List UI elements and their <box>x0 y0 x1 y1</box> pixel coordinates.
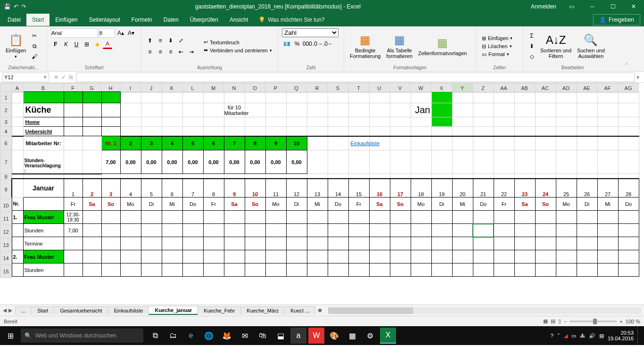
orientation-icon[interactable]: ⤢ <box>176 36 186 45</box>
dropbox-icon[interactable]: ⬓ <box>272 328 289 344</box>
tab-einfuegen[interactable]: Einfügen <box>50 14 83 26</box>
paste-button[interactable]: 📋Einfügen▾ <box>4 33 28 60</box>
percent-icon[interactable]: % <box>292 39 302 49</box>
row-header[interactable]: 14 <box>0 252 12 265</box>
store-icon[interactable]: 🛍 <box>255 328 271 344</box>
row-header[interactable]: 10 <box>0 199 12 212</box>
cell-styles-button[interactable]: ▦Zellenformatvorlagen <box>416 35 469 57</box>
taskbar-clock[interactable]: 20:53 19.04.2016 <box>608 330 634 341</box>
share-button[interactable]: 👤Freigeben <box>593 14 640 25</box>
tray-network-icon[interactable]: 🖧 <box>580 333 585 338</box>
font-color-icon[interactable]: A <box>103 40 112 49</box>
formula-bar[interactable] <box>76 73 635 82</box>
clear-icon[interactable]: ◇ <box>527 52 537 61</box>
row-header[interactable]: 11 <box>0 212 12 225</box>
delete-cells-button[interactable]: ⊟Löschen▾ <box>480 43 514 50</box>
minimize-icon[interactable]: ─ <box>582 0 603 13</box>
thousands-icon[interactable]: 000 <box>303 39 312 49</box>
paint-icon[interactable]: 🎨 <box>326 328 342 344</box>
row-header[interactable]: 13 <box>0 239 12 252</box>
format-as-table-button[interactable]: ▦Als Tabelle formatieren <box>384 33 414 60</box>
increase-font-icon[interactable]: A▴ <box>116 28 125 38</box>
tab-start[interactable]: Start <box>26 14 50 26</box>
add-sheet-icon[interactable]: ⊕ <box>315 307 325 313</box>
underline-button[interactable]: U <box>72 40 81 49</box>
row-header[interactable]: 3 <box>0 117 12 127</box>
tab-formeln[interactable]: Formeln <box>126 14 158 26</box>
number-format-select[interactable]: Zahl <box>282 28 339 37</box>
collapse-ribbon-icon[interactable]: ˄ <box>622 26 631 71</box>
tab-daten[interactable]: Daten <box>158 14 184 26</box>
sheet-tab-april[interactable]: Kuecl ... <box>284 306 315 314</box>
font-name-input[interactable] <box>51 28 98 38</box>
row-header[interactable]: 7 <box>0 150 12 174</box>
view-pagebreak-icon[interactable]: ▯ <box>558 318 561 324</box>
firefox-icon[interactable]: 🦊 <box>219 328 235 344</box>
tray-defender-icon[interactable]: ▭ <box>571 333 576 339</box>
excel-taskbar-icon[interactable]: X <box>380 328 396 344</box>
tab-datei[interactable]: Datei <box>2 14 26 26</box>
insert-cells-button[interactable]: ⊞Einfügen▾ <box>480 35 514 42</box>
currency-icon[interactable]: 💶 <box>282 39 291 49</box>
row-header[interactable]: 15 <box>0 265 12 278</box>
align-right-icon[interactable]: ≡ <box>166 47 175 57</box>
increase-indent-icon[interactable]: ⇥ <box>187 47 196 57</box>
row-header[interactable]: 12 <box>0 225 12 239</box>
align-center-icon[interactable]: ≡ <box>156 47 165 57</box>
worksheet-area[interactable]: ABFGHIJKLMNOPQRSTUVWXYZAAABACADAEAFAG 12… <box>0 83 644 304</box>
row-header[interactable]: 8 <box>0 174 12 180</box>
row-header[interactable]: 1 <box>0 92 12 103</box>
ribbon-options-icon[interactable]: ▭ <box>561 0 582 13</box>
align-middle-icon[interactable]: ≡ <box>156 36 165 45</box>
sign-in-button[interactable]: Anmelden <box>526 3 561 10</box>
redo-icon[interactable]: ↷ <box>21 3 26 10</box>
wps-icon[interactable]: W <box>308 328 324 344</box>
tray-volume-icon[interactable]: 🔊 <box>589 333 595 339</box>
border-icon[interactable]: ⊞ <box>82 40 91 49</box>
increase-decimal-icon[interactable]: .0→ <box>313 39 322 49</box>
tray-help-icon[interactable]: ? <box>551 333 553 338</box>
fx-icon[interactable]: fx <box>69 74 73 81</box>
format-cells-button[interactable]: ▭Format▾ <box>480 51 514 58</box>
fill-icon[interactable]: ⬇ <box>527 41 537 51</box>
wrap-text-button[interactable]: ↩Textumbruch <box>202 39 274 46</box>
undo-icon[interactable]: ↶ <box>14 3 18 10</box>
mail-icon[interactable]: ✉ <box>237 328 253 344</box>
find-select-button[interactable]: 🔍Suchen und Auswählen <box>575 33 607 60</box>
sheet-tab-einkauf[interactable]: Einkaufsliste <box>108 306 149 314</box>
maximize-icon[interactable]: ☐ <box>603 0 623 13</box>
cancel-formula-icon[interactable]: ✕ <box>54 74 58 81</box>
explorer-icon[interactable]: 🗂 <box>165 328 181 344</box>
zoom-level[interactable]: 100 % <box>626 319 640 324</box>
bold-button[interactable]: F <box>51 40 60 49</box>
sheet-nav-next-icon[interactable]: ▶ <box>8 307 12 313</box>
row-header[interactable]: 2 <box>0 103 12 117</box>
conditional-format-button[interactable]: ▦Bedingte Formatierung <box>348 33 382 60</box>
sort-filter-button[interactable]: A↓ZSortieren und Filtern <box>538 33 573 60</box>
view-normal-icon[interactable]: ▦ <box>543 318 548 324</box>
sheet-tab-dots[interactable]: ... <box>15 306 32 314</box>
sheet-nav-prev-icon[interactable]: ◀ <box>3 307 7 313</box>
enter-formula-icon[interactable]: ✓ <box>61 74 66 81</box>
cut-icon[interactable]: ✂ <box>30 31 39 41</box>
taskbar-search[interactable]: 🔍Web und Windows durchsuchen <box>21 329 143 343</box>
tell-me-box[interactable]: 💡Was möchten Sie tun? <box>258 16 324 23</box>
close-icon[interactable]: × <box>623 0 644 13</box>
row-header[interactable]: 6 <box>0 136 12 150</box>
zoom-out-icon[interactable]: − <box>564 319 567 324</box>
view-layout-icon[interactable]: ▤ <box>551 318 555 324</box>
copy-icon[interactable]: ⧉ <box>30 41 39 51</box>
expand-formula-icon[interactable]: ▾ <box>636 74 644 81</box>
italic-button[interactable]: K <box>61 40 71 49</box>
chrome-icon[interactable]: 🌐 <box>201 328 217 344</box>
sheet-tab-start[interactable]: Start <box>31 306 54 314</box>
show-desktop-button[interactable] <box>637 326 640 345</box>
tray-lang-icon[interactable]: ▤ <box>599 333 604 339</box>
amazon-icon[interactable]: a <box>290 328 306 344</box>
tab-seitenlayout[interactable]: Seitenlayout <box>83 14 126 26</box>
zoom-in-icon[interactable]: + <box>619 319 622 324</box>
row-header[interactable]: 4 <box>0 127 12 136</box>
row-header[interactable]: 9 <box>0 180 12 199</box>
decrease-font-icon[interactable]: A▾ <box>126 28 136 38</box>
sheet-tab-febr[interactable]: Kueche_Febr <box>198 306 241 314</box>
